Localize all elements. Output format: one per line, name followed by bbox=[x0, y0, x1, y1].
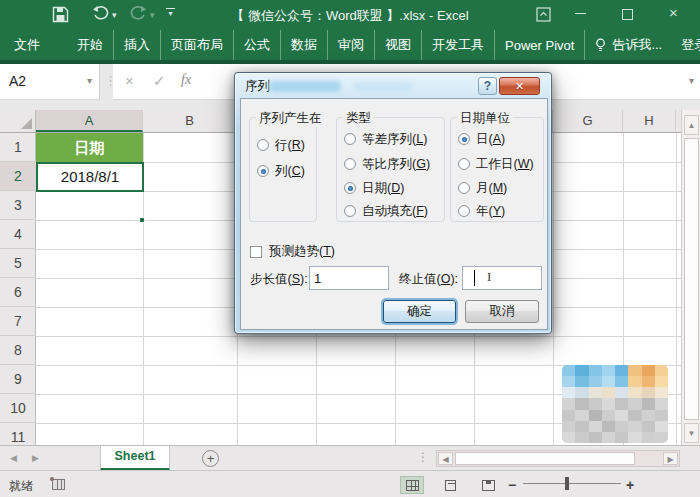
radio-button-icon[interactable] bbox=[344, 133, 356, 145]
close-button[interactable]: × bbox=[669, 6, 678, 20]
maximize-button[interactable] bbox=[622, 9, 633, 20]
column-header-H[interactable]: H bbox=[623, 110, 676, 132]
row-header-9[interactable]: 9 bbox=[0, 365, 36, 394]
scroll-up-button[interactable]: ▲ bbox=[684, 115, 699, 135]
ribbon-tab-9[interactable]: Power Pivot bbox=[494, 30, 584, 60]
group-label: 序列产生在 bbox=[256, 110, 325, 127]
radio-button-icon[interactable] bbox=[257, 139, 269, 151]
radio-类型-等差序列[interactable]: 等差序列(L) bbox=[344, 132, 427, 146]
select-all-corner[interactable] bbox=[0, 110, 36, 132]
cancel-entry-icon[interactable]: × bbox=[125, 72, 134, 89]
expand-formula-bar-icon[interactable]: ▾ bbox=[689, 75, 694, 86]
series-dialog: 序列 ? ✕ 预测趋势(T) 步长值(S): 终止值(O): I 确定 取消 序… bbox=[234, 72, 552, 334]
radio-button-icon[interactable] bbox=[344, 205, 356, 217]
column-header-A[interactable]: A bbox=[36, 110, 143, 132]
step-value-label: 步长值(S): bbox=[250, 271, 308, 288]
name-box-dropdown-icon[interactable]: ▾ bbox=[87, 75, 92, 86]
vertical-scrollbar[interactable]: ▲ ▼ bbox=[681, 110, 700, 447]
add-sheet-button[interactable]: + bbox=[202, 450, 219, 467]
row-header-7[interactable]: 7 bbox=[0, 307, 36, 336]
row-header-3[interactable]: 3 bbox=[0, 191, 36, 220]
zoom-out-button[interactable]: − bbox=[508, 477, 516, 493]
row-header-2[interactable]: 2 bbox=[0, 162, 36, 191]
minimize-button[interactable] bbox=[575, 13, 586, 14]
watermark-pixel bbox=[642, 398, 655, 409]
watermark-pixel bbox=[589, 421, 602, 432]
watermark-pixel bbox=[562, 432, 575, 443]
radio-日期单位-年[interactable]: 年(Y) bbox=[458, 204, 505, 218]
next-sheet-icon[interactable]: ▶ bbox=[32, 453, 39, 463]
ribbon-tab-3[interactable]: 页面布局 bbox=[160, 30, 233, 60]
radio-button-icon[interactable] bbox=[257, 165, 269, 177]
ribbon-display-options-icon[interactable] bbox=[536, 7, 551, 22]
dialog-close-button[interactable]: ✕ bbox=[499, 77, 540, 95]
ribbon-tab-file[interactable]: 文件 bbox=[0, 30, 55, 60]
column-header-B[interactable]: B bbox=[143, 110, 237, 132]
radio-button-icon[interactable] bbox=[344, 158, 356, 170]
radio-序列产生在-列[interactable]: 列(C) bbox=[257, 164, 305, 178]
row-header-10[interactable]: 10 bbox=[0, 394, 36, 423]
trend-checkbox[interactable]: 预测趋势(T) bbox=[250, 243, 335, 260]
radio-button-icon[interactable] bbox=[344, 182, 356, 194]
radio-button-icon[interactable] bbox=[458, 182, 470, 194]
radio-日期单位-月[interactable]: 月(M) bbox=[458, 181, 507, 195]
ribbon-tab-2[interactable]: 插入 bbox=[113, 30, 160, 60]
cancel-button[interactable]: 取消 bbox=[465, 300, 539, 323]
ok-button[interactable]: 确定 bbox=[383, 300, 456, 323]
radio-button-icon[interactable] bbox=[458, 158, 470, 170]
normal-view-button[interactable] bbox=[400, 476, 424, 494]
page-layout-view-button[interactable] bbox=[438, 476, 462, 494]
step-value-input[interactable] bbox=[309, 266, 389, 290]
confirm-entry-icon[interactable]: ✓ bbox=[153, 72, 166, 90]
horizontal-scrollbar-thumb[interactable] bbox=[455, 452, 635, 465]
zoom-slider-track[interactable] bbox=[523, 483, 621, 484]
horizontal-scrollbar[interactable]: ◀ ▶ bbox=[436, 450, 680, 467]
radio-类型-自动填充[interactable]: 自动填充(F) bbox=[344, 204, 428, 218]
sheet-tab-sheet1[interactable]: Sheet1 bbox=[100, 446, 170, 471]
ribbon-tab-6[interactable]: 审阅 bbox=[327, 30, 374, 60]
prev-sheet-icon[interactable]: ◀ bbox=[10, 453, 17, 463]
name-box[interactable]: A2 ▾ bbox=[0, 64, 100, 100]
name-box-value: A2 bbox=[9, 73, 26, 89]
row-header-4[interactable]: 4 bbox=[0, 220, 36, 249]
radio-类型-等比序列[interactable]: 等比序列(G) bbox=[344, 157, 430, 171]
scrollbar-resize-grip[interactable]: ⋮ bbox=[417, 450, 429, 464]
row-header-5[interactable]: 5 bbox=[0, 249, 36, 278]
radio-button-icon[interactable] bbox=[458, 205, 470, 217]
radio-类型-日期[interactable]: 日期(D) bbox=[344, 181, 404, 195]
sign-in-button[interactable]: 登录 bbox=[672, 30, 700, 60]
radio-日期单位-工作日[interactable]: 工作日(W) bbox=[458, 157, 534, 171]
row-header-1[interactable]: 1 bbox=[0, 133, 36, 162]
radio-button-icon[interactable] bbox=[458, 133, 470, 145]
zoom-slider-thumb[interactable] bbox=[565, 477, 569, 490]
tab-tell-me[interactable]: 告诉我... bbox=[584, 30, 672, 60]
ribbon-tab-7[interactable]: 视图 bbox=[374, 30, 421, 60]
row-header-11[interactable]: 11 bbox=[0, 423, 36, 445]
ribbon-tab-4[interactable]: 公式 bbox=[233, 30, 280, 60]
scroll-right-button[interactable]: ▶ bbox=[663, 452, 678, 465]
watermark-pixel bbox=[602, 387, 615, 398]
zoom-in-button[interactable]: + bbox=[626, 477, 634, 493]
ribbon-tab-5[interactable]: 数据 bbox=[280, 30, 327, 60]
vertical-scrollbar-thumb[interactable] bbox=[684, 138, 699, 420]
watermark-pixel bbox=[615, 421, 628, 432]
cell-A2-active[interactable]: 2018/8/1 bbox=[36, 162, 144, 192]
ribbon-tab-1[interactable]: 开始 bbox=[67, 30, 113, 60]
radio-日期单位-日[interactable]: 日(A) bbox=[458, 132, 505, 146]
page-break-view-button[interactable] bbox=[476, 476, 500, 494]
fill-handle[interactable] bbox=[139, 217, 145, 223]
row-header-8[interactable]: 8 bbox=[0, 336, 36, 365]
watermark-pixel bbox=[642, 410, 655, 421]
macro-record-icon[interactable] bbox=[52, 479, 65, 490]
scroll-left-button[interactable]: ◀ bbox=[438, 452, 453, 465]
scroll-down-button[interactable]: ▼ bbox=[684, 423, 699, 443]
row-header-6[interactable]: 6 bbox=[0, 278, 36, 307]
checkbox-icon[interactable] bbox=[250, 246, 262, 258]
row-headers: 123456789101112 bbox=[0, 133, 36, 445]
ribbon-tab-8[interactable]: 开发工具 bbox=[421, 30, 494, 60]
radio-序列产生在-行[interactable]: 行(R) bbox=[257, 138, 305, 152]
cell-A1[interactable]: 日期 bbox=[36, 133, 143, 162]
insert-function-icon[interactable]: fx bbox=[181, 72, 191, 88]
dialog-help-button[interactable]: ? bbox=[478, 77, 497, 95]
column-header-G[interactable]: G bbox=[553, 110, 623, 132]
